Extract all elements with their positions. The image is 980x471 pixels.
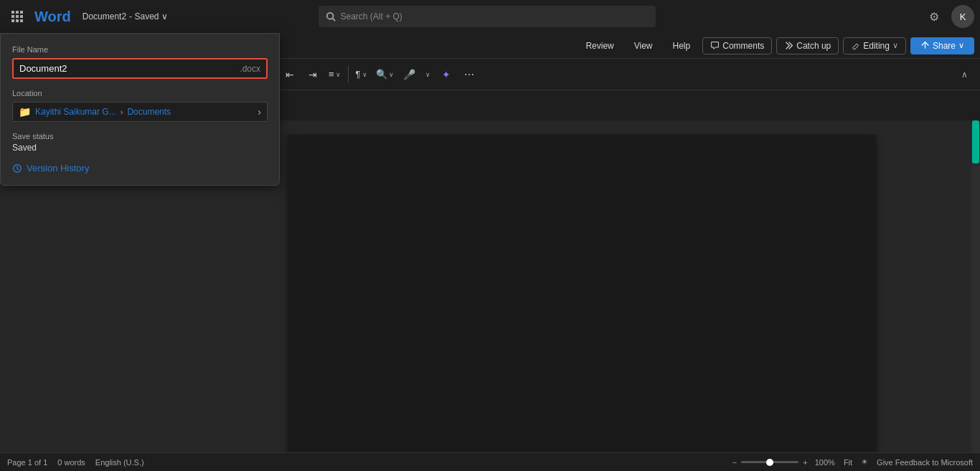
- share-chevron: ∨: [958, 41, 964, 50]
- file-name-input[interactable]: [14, 60, 234, 77]
- file-ext: .docx: [234, 64, 266, 74]
- location-subfolder[interactable]: Documents: [127, 107, 171, 117]
- brightness-icon[interactable]: ☀: [861, 457, 868, 467]
- svg-point-9: [327, 13, 334, 19]
- more-toolbar-button[interactable]: ⋯: [458, 64, 480, 85]
- catchup-icon: [784, 41, 793, 50]
- title-bar: Word Document2 - Saved ∨ Search (Alt + Q…: [0, 0, 980, 33]
- search-icon: [326, 11, 336, 22]
- view-tab[interactable]: View: [626, 37, 661, 54]
- copilot-button[interactable]: ✦: [435, 64, 457, 85]
- svg-rect-3: [11, 15, 14, 18]
- find-replace-button[interactable]: 🔍 ∨: [372, 64, 397, 85]
- editing-button[interactable]: Editing ∨: [843, 37, 906, 54]
- style-button[interactable]: ¶ ∨: [352, 64, 371, 85]
- svg-rect-1: [16, 11, 19, 14]
- scrollbar-right[interactable]: [971, 120, 980, 452]
- svg-rect-7: [16, 19, 19, 22]
- collapse-ribbon-button[interactable]: ∧: [954, 65, 974, 85]
- scrollbar-thumb[interactable]: [972, 120, 979, 163]
- style-chevron[interactable]: ∨: [362, 71, 367, 78]
- svg-line-10: [333, 19, 336, 22]
- version-history-label: Version History: [27, 163, 89, 173]
- page-info: Page 1 of 1: [7, 458, 47, 467]
- doc-name-btn[interactable]: Document2 - Saved ∨: [83, 11, 183, 22]
- zoom-slider-thumb: [766, 459, 773, 466]
- avatar[interactable]: K: [951, 5, 974, 28]
- word-count: 0 words: [57, 458, 85, 467]
- alignment-button[interactable]: ≡ ∨: [325, 64, 344, 85]
- location-label: Location: [12, 89, 268, 97]
- location-row[interactable]: 📁 Kayithi Saikumar G... › Documents ›: [12, 102, 268, 122]
- feedback-label[interactable]: Give Feedback to Microsoft: [877, 458, 973, 467]
- file-panel: File Name .docx Location 📁 Kayithi Saiku…: [0, 33, 280, 186]
- style-icon: ¶: [356, 69, 361, 80]
- svg-rect-0: [11, 11, 14, 14]
- language: English (U.S.): [95, 458, 144, 467]
- status-bar: Page 1 of 1 0 words English (U.S.) − + 1…: [0, 452, 980, 471]
- app-name: Word: [34, 9, 71, 25]
- location-navigate-arrow[interactable]: ›: [258, 106, 261, 118]
- search-placeholder: Search (Alt + Q): [340, 11, 402, 22]
- alignment-chevron[interactable]: ∨: [336, 71, 341, 78]
- increase-indent-button[interactable]: ⇥: [302, 64, 324, 85]
- file-name-input-wrapper: .docx: [12, 58, 268, 79]
- review-tab[interactable]: Review: [578, 37, 621, 54]
- find-icon: 🔍: [376, 69, 387, 80]
- zoom-slider[interactable]: [741, 461, 798, 463]
- version-history-icon: [12, 163, 22, 173]
- zoom-level: 100%: [815, 458, 835, 467]
- folder-icon: 📁: [19, 106, 31, 118]
- file-name-label: File Name: [12, 45, 268, 54]
- location-chevron-right: ›: [121, 108, 123, 116]
- location-user[interactable]: Kayithi Saikumar G...: [35, 107, 116, 117]
- separator-4: [348, 66, 349, 83]
- zoom-control[interactable]: − + 100%: [732, 458, 835, 467]
- dictate-chevron[interactable]: ∨: [425, 71, 430, 78]
- svg-rect-6: [11, 19, 14, 22]
- help-tab[interactable]: Help: [665, 37, 699, 54]
- comments-button[interactable]: Comments: [702, 37, 772, 54]
- share-icon: [920, 41, 930, 50]
- dictate-button[interactable]: 🎤: [399, 64, 420, 85]
- catchup-button[interactable]: Catch up: [776, 37, 839, 54]
- alignment-icon: ≡: [329, 69, 334, 80]
- waffle-icon[interactable]: [6, 5, 29, 28]
- svg-rect-8: [20, 19, 23, 22]
- comments-icon: [710, 41, 720, 50]
- share-button[interactable]: Share ∨: [910, 37, 974, 54]
- dictate-chevron-btn[interactable]: ∨: [422, 64, 434, 85]
- decrease-indent-button[interactable]: ⇤: [279, 64, 301, 85]
- svg-rect-4: [16, 15, 19, 18]
- fit-button[interactable]: Fit: [844, 458, 852, 467]
- doc-name-text: Document2: [83, 11, 126, 22]
- version-history-button[interactable]: Version History: [12, 163, 268, 173]
- status-bar-right: − + 100% Fit ☀ Give Feedback to Microsof…: [732, 457, 973, 467]
- editing-icon: [851, 41, 860, 50]
- title-bar-right: ⚙ K: [923, 5, 974, 28]
- save-indicator: - Saved ∨: [129, 11, 168, 22]
- svg-rect-2: [20, 11, 23, 14]
- zoom-out-btn[interactable]: −: [732, 458, 737, 467]
- document-page[interactable]: [288, 135, 876, 452]
- find-chevron[interactable]: ∨: [389, 71, 394, 78]
- editor-canvas[interactable]: [192, 120, 971, 452]
- editing-chevron: ∨: [892, 41, 898, 50]
- zoom-in-btn[interactable]: +: [803, 458, 807, 467]
- search-bar[interactable]: Search (Alt + Q): [319, 6, 656, 27]
- settings-icon[interactable]: ⚙: [923, 5, 946, 28]
- save-status-value: Saved: [12, 143, 268, 153]
- svg-rect-5: [20, 15, 23, 18]
- save-status-label: Save status: [12, 132, 268, 141]
